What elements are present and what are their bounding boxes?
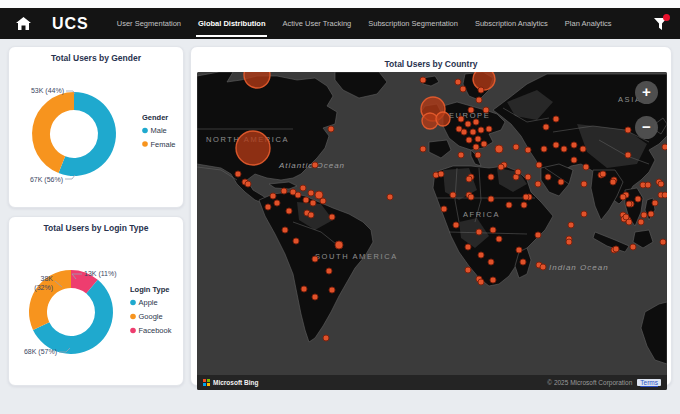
map-bubble[interactable] <box>420 77 426 83</box>
map-bubble[interactable] <box>478 87 484 93</box>
map-bubble[interactable] <box>652 200 658 206</box>
map-bubble[interactable] <box>536 162 542 168</box>
tab-subscription-segmentation[interactable]: Subscription Segmentation <box>366 10 460 37</box>
map-bubble[interactable] <box>308 190 314 196</box>
map-bubble[interactable] <box>635 196 641 202</box>
tab-active-user-tracking[interactable]: Active User Tracking <box>280 10 353 37</box>
map-bubble[interactable] <box>308 212 314 218</box>
map-bubble[interactable] <box>323 335 329 341</box>
map-bubble[interactable] <box>513 144 519 150</box>
map-bubble[interactable] <box>623 214 629 220</box>
map-bubble[interactable] <box>568 222 574 228</box>
map-bubble[interactable] <box>571 142 577 148</box>
map-bubble[interactable] <box>581 181 587 187</box>
map-zoom-out-button[interactable]: − <box>635 116 658 139</box>
tab-global-distribution[interactable]: Global Distribution <box>196 10 268 37</box>
map-bubble[interactable] <box>312 256 318 262</box>
map-bubble[interactable] <box>478 252 484 258</box>
map-bubble[interactable] <box>310 200 316 206</box>
map-bubble[interactable] <box>329 287 335 293</box>
map-bubble[interactable] <box>438 171 444 177</box>
map-bubble[interactable] <box>571 157 577 163</box>
map-bubble[interactable] <box>483 107 489 113</box>
map-bubble[interactable] <box>320 198 326 204</box>
map-bubble[interactable] <box>473 144 479 150</box>
map-bubble[interactable] <box>466 137 472 143</box>
map-bubble[interactable] <box>625 152 631 158</box>
map-bubble[interactable] <box>465 121 471 127</box>
map-bubble[interactable] <box>476 97 482 103</box>
map-bubble[interactable] <box>436 112 450 126</box>
map-bubble[interactable] <box>516 247 522 253</box>
map-bubble[interactable] <box>335 241 343 249</box>
map-bubble[interactable] <box>581 211 587 217</box>
terms-link[interactable]: Terms <box>637 379 661 386</box>
map-bubble[interactable] <box>270 193 276 199</box>
filter-button[interactable] <box>650 14 670 34</box>
map-bubble[interactable] <box>641 212 647 218</box>
map-bubble[interactable] <box>282 227 288 233</box>
tab-user-segmentation[interactable]: User Segmentation <box>115 10 183 37</box>
map-bubble[interactable] <box>600 171 606 177</box>
map-bubble[interactable] <box>506 202 512 208</box>
map-bubble[interactable] <box>468 194 474 200</box>
map-bubble[interactable] <box>553 116 559 122</box>
map-bubble[interactable] <box>455 79 461 85</box>
map-bubble[interactable] <box>420 146 426 152</box>
map-bubble[interactable] <box>468 107 474 113</box>
map-bubble[interactable] <box>458 116 464 122</box>
map-bubble[interactable] <box>461 129 467 135</box>
map-zoom-in-button[interactable]: + <box>635 81 658 104</box>
map-bubble[interactable] <box>286 208 292 214</box>
map-bubble[interactable] <box>558 179 564 185</box>
map-bubble[interactable] <box>625 127 631 133</box>
map-bubble[interactable] <box>626 201 632 207</box>
map-bubble[interactable] <box>245 181 251 187</box>
world-map[interactable]: NORTH AMERICASOUTH AMERICAEUROPEASIAAFRI… <box>197 72 667 390</box>
map-bubble[interactable] <box>486 126 492 132</box>
map-bubble[interactable] <box>475 152 481 158</box>
map-bubble[interactable] <box>465 267 471 273</box>
map-bubble[interactable] <box>453 222 459 228</box>
map-bubble[interactable] <box>326 268 332 274</box>
map-bubble[interactable] <box>441 206 447 212</box>
map-bubble[interactable] <box>535 232 541 238</box>
map-bubble[interactable] <box>470 129 476 135</box>
map-bubble[interactable] <box>583 164 589 170</box>
map-bubble[interactable] <box>525 174 531 180</box>
map-bubble[interactable] <box>475 136 481 142</box>
map-bubble[interactable] <box>620 194 626 200</box>
map-bubble[interactable] <box>295 192 301 198</box>
map-bubble[interactable] <box>481 141 487 147</box>
map-bubble[interactable] <box>540 264 546 270</box>
map-bubble[interactable] <box>660 239 666 245</box>
map-bubble[interactable] <box>301 286 307 292</box>
map-bubble[interactable] <box>274 200 280 206</box>
map-bubble[interactable] <box>610 179 616 185</box>
map-bubble[interactable] <box>488 196 494 202</box>
map-bubble[interactable] <box>658 181 664 187</box>
map-bubble[interactable] <box>553 142 559 148</box>
map-bubble[interactable] <box>523 194 529 200</box>
map-bubble[interactable] <box>543 124 549 130</box>
home-button[interactable] <box>12 17 34 30</box>
map-bubble[interactable] <box>613 246 619 252</box>
map-bubble[interactable] <box>265 204 271 210</box>
map-bubble[interactable] <box>662 144 667 150</box>
map-bubble[interactable] <box>465 244 471 250</box>
map-bubble[interactable] <box>312 294 318 300</box>
map-bubble[interactable] <box>545 174 551 180</box>
map-bubble[interactable] <box>329 214 335 220</box>
map-bubble[interactable] <box>473 72 495 90</box>
map-bubble[interactable] <box>476 229 482 235</box>
map-bubble[interactable] <box>281 188 287 194</box>
map-bubble[interactable] <box>300 185 306 191</box>
map-bubble[interactable] <box>473 119 479 125</box>
map-bubble[interactable] <box>496 236 502 242</box>
tab-plan-analytics[interactable]: Plan Analytics <box>563 10 614 37</box>
tab-subscription-analytics[interactable]: Subscription Analytics <box>473 10 550 37</box>
map-bubble[interactable] <box>648 211 654 217</box>
map-bubble[interactable] <box>662 192 667 198</box>
map-bubble[interactable] <box>387 194 393 200</box>
map-bubble[interactable] <box>488 259 494 265</box>
